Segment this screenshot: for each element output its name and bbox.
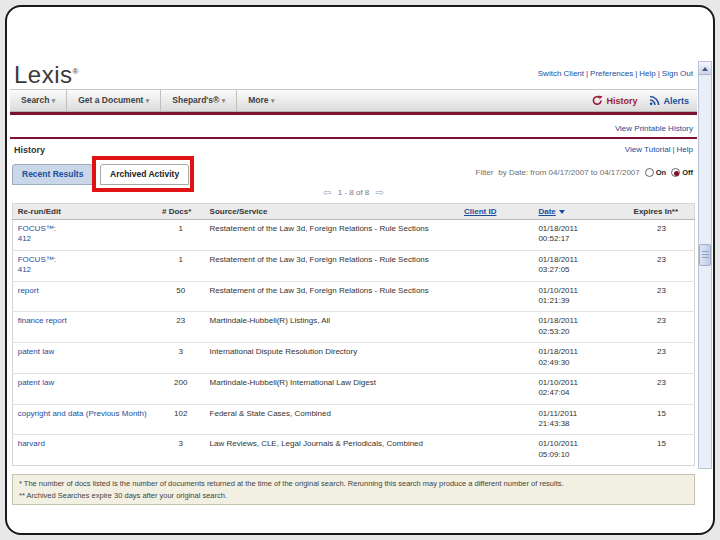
cell-date: 01/10/2011 02:47:04 [533, 373, 628, 404]
cell-source-service: Martindale-Hubbell(R) International Law … [205, 373, 459, 404]
header-rerun-edit: Re-run/Edit [12, 204, 157, 220]
history-icon [592, 95, 603, 106]
cell-source-service: Law Reviews, CLE, Legal Journals & Perio… [205, 435, 459, 466]
cell-rerun-edit: finance report [12, 312, 157, 343]
cell-num-docs: 102 [157, 404, 205, 435]
filter-on-radio[interactable]: On [645, 168, 666, 177]
table-body: FOCUS™: 412 1 Restatement of the Law 3d,… [12, 220, 695, 466]
search-name-link[interactable]: finance report [18, 316, 152, 326]
history-button-label: History [606, 96, 637, 106]
cell-num-docs: 200 [157, 373, 205, 404]
search-name-link[interactable]: copyright and data (Previous Month) [18, 409, 152, 419]
help-link[interactable]: Help [639, 69, 655, 78]
cell-client-id [459, 220, 533, 251]
nav-search-menu[interactable]: Search [10, 90, 67, 111]
time-value: 00:52:17 [538, 234, 623, 244]
filter-off-radio[interactable]: Off [671, 168, 693, 177]
cell-date: 01/10/2011 05:09:10 [533, 435, 628, 466]
cell-date: 01/18/2011 02:49:30 [533, 343, 628, 374]
nav-get-a-document-menu[interactable]: Get a Document [67, 90, 161, 111]
date-sort-link[interactable]: Date [538, 207, 555, 216]
cell-date: 01/18/2011 00:52:17 [533, 220, 628, 251]
cell-source-service: Martindale-Hubbell(R) Listings, All [205, 312, 459, 343]
tab-archived-activity[interactable]: Archived Activity [100, 164, 189, 185]
table-header-row: Re-run/Edit # Docs* Source/Service Clien… [12, 204, 695, 220]
search-name-link[interactable]: FOCUS™: [18, 224, 152, 234]
cell-rerun-edit: copyright and data (Previous Month) [12, 404, 157, 435]
time-value: 05:09:10 [538, 450, 623, 460]
table-row: patent law 200 Martindale-Hubbell(R) Int… [12, 373, 695, 404]
date-value: 01/10/2011 [538, 286, 623, 296]
header-source-service: Source/Service [205, 204, 459, 220]
table-row: harvard 3 Law Reviews, CLE, Legal Journa… [12, 435, 695, 466]
cell-expires-in: 23 [629, 220, 695, 251]
nav-more-label: More [248, 95, 268, 105]
cell-client-id [459, 343, 533, 374]
cell-expires-in: 23 [629, 343, 695, 374]
search-name-link[interactable]: patent law [18, 347, 152, 357]
cell-expires-in: 15 [629, 435, 695, 466]
view-tutorial-link[interactable]: View Tutorial [625, 145, 671, 154]
sort-descending-icon [559, 210, 565, 214]
help-page-link[interactable]: Help [677, 145, 693, 154]
search-name-link-line2[interactable]: 412 [18, 234, 152, 244]
view-printable-history-link[interactable]: View Printable History [615, 124, 693, 133]
footnote-docs: * The number of docs listed is the numbe… [19, 478, 688, 489]
search-name-link[interactable]: report [18, 286, 152, 296]
history-button[interactable]: History [592, 95, 637, 106]
header-date[interactable]: Date [533, 204, 628, 220]
scroll-up-arrow[interactable] [699, 62, 711, 75]
chevron-down-icon [146, 97, 150, 104]
table-row: patent law 3 International Dispute Resol… [12, 343, 695, 374]
table-row: report 50 Restatement of the Law 3d, For… [12, 281, 695, 312]
cell-num-docs: 23 [157, 312, 205, 343]
cell-num-docs: 50 [157, 281, 205, 312]
date-value: 01/18/2011 [538, 255, 623, 265]
tab-recent-results[interactable]: Recent Results [12, 164, 93, 185]
cell-expires-in: 23 [629, 250, 695, 281]
sign-out-link[interactable]: Sign Out [662, 69, 693, 78]
lexis-logo: Lexis® [14, 61, 79, 89]
header-client-id[interactable]: Client ID [459, 204, 533, 220]
search-name-link[interactable]: FOCUS™: [18, 255, 152, 265]
cell-rerun-edit: patent law [12, 373, 157, 404]
vertical-scrollbar[interactable] [698, 61, 712, 469]
scrollbar-thumb[interactable] [699, 244, 711, 266]
cell-date: 01/10/2011 01:21:39 [533, 281, 628, 312]
search-name-link[interactable]: harvard [18, 439, 152, 449]
date-value: 01/18/2011 [538, 224, 623, 234]
alerts-button[interactable]: Alerts [649, 95, 689, 106]
date-value: 01/18/2011 [538, 347, 623, 357]
cell-client-id [459, 404, 533, 435]
preferences-link[interactable]: Preferences [590, 69, 633, 78]
top-bar: Lexis® Switch Client|Preferences|Help|Si… [10, 61, 697, 89]
search-name-link[interactable]: patent law [18, 378, 152, 388]
app-content: Lexis® Switch Client|Preferences|Help|Si… [10, 61, 697, 473]
filter-on-label: On [656, 168, 666, 177]
table-row: FOCUS™: 412 1 Restatement of the Law 3d,… [12, 250, 695, 281]
nav-more-menu[interactable]: More [237, 90, 285, 111]
filter-area: Filter by Date: from 04/17/2007 to 04/17… [476, 168, 693, 177]
nav-shepards-menu[interactable]: Shepard's® [161, 90, 237, 111]
cell-client-id [459, 281, 533, 312]
title-links: View Tutorial|Help [625, 145, 693, 155]
date-value: 01/18/2011 [538, 316, 623, 326]
table-row: copyright and data (Previous Month) 102 … [12, 404, 695, 435]
nav-bar: Search Get a Document Shepard's® More Hi… [10, 89, 697, 112]
header-num-docs: # Docs* [157, 204, 205, 220]
footnote-expiry: ** Archived Searches expire 30 days afte… [19, 490, 688, 501]
radio-circle-icon [645, 168, 654, 177]
cell-client-id [459, 312, 533, 343]
chevron-down-icon [222, 97, 226, 104]
cell-source-service: Federal & State Cases, Combined [205, 404, 459, 435]
table-row: finance report 23 Martindale-Hubbell(R) … [12, 312, 695, 343]
cell-expires-in: 23 [629, 281, 695, 312]
cell-rerun-edit: harvard [12, 435, 157, 466]
client-id-sort-link[interactable]: Client ID [464, 207, 496, 216]
chevron-down-icon [271, 97, 275, 104]
cell-num-docs: 3 [157, 343, 205, 374]
cell-rerun-edit: FOCUS™: 412 [12, 220, 157, 251]
nav-right: History Alerts [592, 90, 689, 111]
switch-client-link[interactable]: Switch Client [538, 69, 584, 78]
search-name-link-line2[interactable]: 412 [18, 265, 152, 275]
